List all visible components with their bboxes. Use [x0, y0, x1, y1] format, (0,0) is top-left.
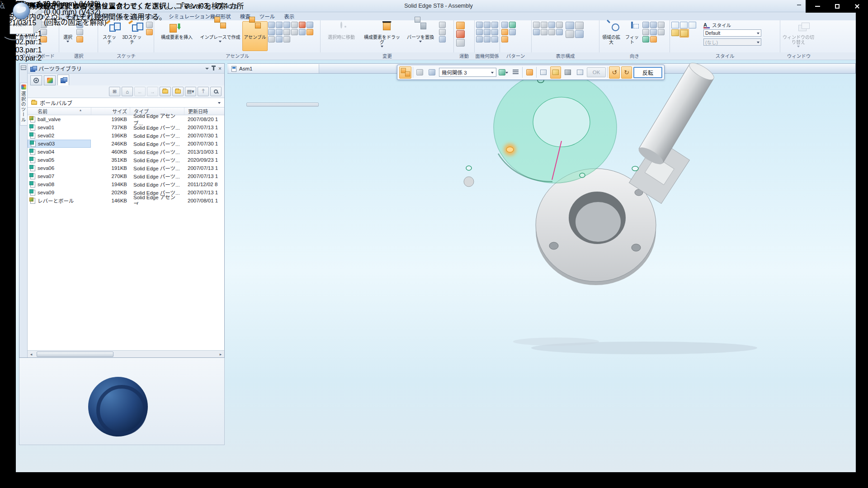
relation-type-select[interactable]: 幾何関係 3 [439, 68, 496, 77]
tree-item-seva03-1[interactable]: seva03.par:1 [0, 46, 42, 54]
connect-icon[interactable] [307, 22, 313, 28]
coaxial-icon[interactable] [484, 36, 491, 42]
scroll-left-icon[interactable]: ◂ [28, 351, 35, 357]
library-horizontal-scrollbar[interactable]: ◂ ▸ [28, 350, 224, 357]
file-row[interactable]: seva09202KBSolid Edge パーツ...2007/07/13 1 [28, 188, 224, 197]
hardware-filter-button[interactable]: ⍑ [198, 87, 209, 96]
tab-machine[interactable] [30, 75, 42, 85]
transparency-icon[interactable] [548, 29, 555, 35]
tangent-icon[interactable] [276, 29, 283, 35]
common-views-icon[interactable] [650, 29, 657, 35]
tangent-face-icon[interactable] [484, 29, 491, 35]
file-row[interactable]: seva06191KBSolid Edge パーツ...2007/07/13 1 [28, 164, 224, 172]
file-row[interactable]: seva08194KBSolid Edge パーツ...2011/12/02 8 [28, 180, 224, 188]
column-name[interactable]: 名前▴ [28, 108, 91, 115]
file-row-selected[interactable]: seva03246KBSolid Edge パーツ...2007/07/30 1 [28, 140, 224, 148]
shaded-with-edges-selected[interactable] [679, 29, 689, 38]
insert-rel-icon[interactable] [299, 22, 306, 28]
mirror-mini-icon[interactable] [439, 29, 446, 35]
sidebar-tab-select-tools[interactable]: 選択のツール [20, 83, 27, 126]
parallel-face-icon[interactable] [476, 29, 483, 35]
motor-icon[interactable] [456, 22, 465, 29]
equal-radius-icon[interactable] [491, 36, 498, 42]
center-plane-icon[interactable] [299, 29, 306, 35]
tab-tools[interactable]: ツール [255, 12, 280, 20]
hide-component-icon[interactable] [533, 22, 540, 28]
pencil-icon[interactable] [146, 29, 153, 35]
wireframe-visible-edges-icon[interactable] [671, 22, 679, 28]
window-switch-button[interactable]: ウィンドウの切り替え [781, 21, 816, 51]
file-row[interactable]: レバーとボール146KBSolid Edge アセンブ...2007/08/01… [28, 197, 224, 205]
view-option-3[interactable] [562, 66, 573, 79]
move-on-select-button[interactable]: 選択時に移動 [322, 21, 361, 51]
path-icon[interactable] [283, 36, 290, 42]
overlay-window-icon[interactable] [575, 22, 584, 29]
gear-rel-icon[interactable] [291, 29, 298, 35]
application-button[interactable] [13, 2, 30, 19]
display-config-icon[interactable] [541, 29, 547, 35]
assemble-command-icon[interactable] [399, 66, 411, 79]
match-coord-icon[interactable] [307, 29, 313, 35]
style-none-select[interactable]: (なし) [703, 38, 761, 46]
visible-window-icon[interactable] [566, 22, 574, 29]
se-minimize-button[interactable] [795, 2, 803, 8]
cam-icon[interactable] [283, 29, 290, 35]
action-center-button[interactable]: 2 [0, 27, 4, 35]
ime-indicator[interactable]: A [117, 2, 122, 10]
folder-dropdown[interactable]: ボールバルブ [28, 98, 224, 108]
view-history-icon[interactable] [658, 29, 665, 35]
taskbar-app-excel[interactable]: X [90, 2, 94, 10]
select-component-icon[interactable] [76, 36, 83, 42]
camera-icon[interactable] [575, 30, 584, 38]
section-view-icon[interactable] [566, 30, 574, 38]
shaded-icon[interactable] [671, 29, 679, 36]
coplanar-icon[interactable] [476, 22, 483, 28]
taskbar-app-word[interactable]: W [73, 2, 80, 10]
refresh-view-icon[interactable] [642, 36, 649, 42]
isolate-icon[interactable] [533, 29, 540, 35]
file-row[interactable]: ball_valve199KBSolid Edge アセンブ...2007/08… [28, 115, 224, 123]
up-folder-button[interactable] [160, 87, 171, 96]
wireframe-hidden-edges-icon[interactable] [680, 22, 688, 28]
taskbar-search-input[interactable]: ここに入力して検索 [0, 2, 73, 10]
lock-rotation-button[interactable]: ↻ [621, 66, 632, 79]
asm1-document-tab[interactable]: Asm1 [229, 64, 319, 73]
seva03-green-part[interactable] [466, 72, 638, 183]
planar-align-icon[interactable] [276, 22, 283, 28]
unlock-rotation-button[interactable]: ↺ [609, 66, 620, 79]
grid-view-button[interactable]: ⊞ [109, 87, 120, 96]
axis-align-button[interactable] [524, 66, 535, 79]
zoom-area-button[interactable]: 領域の拡大 [600, 21, 622, 51]
pattern-icon[interactable] [501, 22, 508, 28]
mirror-icon[interactable] [501, 29, 508, 35]
view-option-1[interactable] [538, 66, 549, 79]
pan-icon[interactable] [650, 22, 657, 28]
tab-materials[interactable] [44, 75, 56, 85]
onedrive-icon[interactable]: ☁ [108, 2, 116, 10]
column-date[interactable]: 更新日時 [184, 108, 224, 115]
zoom-icon[interactable] [642, 22, 649, 28]
style-select[interactable]: Default [703, 29, 761, 37]
scroll-right-icon[interactable]: ▸ [217, 351, 224, 357]
drag-component-button[interactable]: 構成要素をドラッグ [361, 21, 403, 51]
symmetric-icon[interactable] [491, 22, 498, 28]
taskbar-app-outlook[interactable]: O [82, 2, 87, 10]
forward-button[interactable]: → [147, 87, 158, 96]
player-close-button[interactable] [848, 0, 866, 13]
tab-view[interactable]: 表示 [279, 12, 299, 20]
tree-item-seva03-2-highlighted[interactable]: seva03.par:2 [0, 54, 42, 62]
view-option-4[interactable] [575, 66, 585, 79]
file-row[interactable]: seva07270KBSolid Edge パーツ...2007/07/13 1 [28, 172, 224, 180]
assemble-button[interactable]: アセンブル [242, 21, 268, 51]
table-mini-icon[interactable] [439, 36, 446, 42]
sketch3d-button[interactable]: 3Dスケッチ [119, 21, 145, 51]
scrollbar-thumb[interactable] [37, 352, 113, 357]
options-button[interactable] [415, 66, 425, 79]
named-views-icon[interactable] [650, 36, 657, 42]
taskbar-app-acrobat[interactable]: A [96, 2, 100, 10]
slider-motor-icon[interactable] [456, 30, 465, 38]
file-row[interactable]: seva04460KBSolid Edge パーツ...2013/10/03 1 [28, 148, 224, 156]
file-row[interactable]: seva05351KBSolid Edge パーツ...2020/09/23 1 [28, 156, 224, 164]
file-row[interactable]: seva01737KBSolid Edge パーツ...2007/07/13 1 [28, 123, 224, 131]
wireframe-icon[interactable] [689, 22, 696, 28]
